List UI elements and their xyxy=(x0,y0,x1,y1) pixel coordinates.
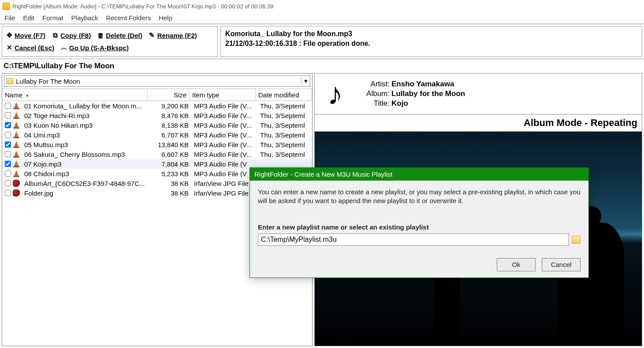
file-name: 05 Muttsu.mp3 xyxy=(22,141,149,148)
move-button[interactable]: ✥ Move (F7) xyxy=(6,32,45,39)
folder-dropdown[interactable]: Lullaby For The Moon ▾ xyxy=(4,75,310,87)
file-type: MP3 Audio File (V... xyxy=(191,141,257,148)
table-row[interactable]: 05 Muttsu.mp313,840 KBMP3 Audio File (V.… xyxy=(2,140,312,149)
row-checkbox[interactable] xyxy=(5,170,11,177)
audio-file-icon xyxy=(13,160,20,167)
ok-button[interactable]: Ok xyxy=(497,258,536,271)
copy-button[interactable]: ⧉ Copy (F8) xyxy=(52,32,91,39)
file-type: IrfanView JPG File xyxy=(191,189,257,197)
audio-file-icon xyxy=(13,112,20,119)
album-value: Lullaby for the Moon xyxy=(391,89,465,98)
file-date: Thu, 3/Septeml xyxy=(257,122,312,129)
dialog-text: You can enter a new name to create a new… xyxy=(258,188,581,206)
metadata-box: ♪ Artist:Ensho Yamakawa Album:Lullaby fo… xyxy=(314,73,642,115)
sort-asc-icon: ▲ xyxy=(25,93,30,97)
chevron-down-icon[interactable]: ▾ xyxy=(301,77,308,85)
audio-file-icon xyxy=(13,170,20,177)
row-checkbox[interactable] xyxy=(5,103,11,109)
file-size: 8,476 KB xyxy=(149,112,191,119)
title-value: Kojo xyxy=(391,99,408,108)
playlist-path-input[interactable] xyxy=(258,233,569,246)
file-name: 01 Komoriuta_ Lullaby for the Moon.m... xyxy=(22,102,149,110)
browse-folder-icon[interactable] xyxy=(572,236,581,244)
file-name: AlbumArt_{C6DC52E3-F397-4848-97C... xyxy=(22,180,149,187)
row-checkbox[interactable] xyxy=(5,141,11,148)
row-checkbox[interactable] xyxy=(5,122,11,128)
file-name: 04 Umi.mp3 xyxy=(22,131,149,139)
menu-recent-folders[interactable]: Recent Folders xyxy=(106,14,151,22)
folder-name: Lullaby For The Moon xyxy=(16,78,80,85)
cancel-dialog-button[interactable]: Cancel xyxy=(542,258,581,271)
file-type: MP3 Audio File (V xyxy=(191,170,257,178)
copy-icon: ⧉ xyxy=(52,32,59,39)
menu-edit[interactable]: Edit xyxy=(23,14,34,22)
file-size: 38 KB xyxy=(149,189,191,197)
menu-bar: File Edit Format Playback Recent Folders… xyxy=(0,12,644,24)
menu-playback[interactable]: Playback xyxy=(71,14,98,22)
log-line-2: 21/12/03-12:00:16.318 : File operation d… xyxy=(225,39,637,48)
file-name: 03 Kuon No Hikari.mp3 xyxy=(22,122,149,129)
dialog-title: RightFolder - Create a New M3U Music Pla… xyxy=(250,168,588,181)
file-date: Thu, 3/Septeml xyxy=(257,151,312,158)
row-checkbox[interactable] xyxy=(5,151,11,157)
row-checkbox[interactable] xyxy=(5,132,11,138)
image-file-icon xyxy=(13,180,20,187)
file-table-header: Name▲ Size Item type Date modified xyxy=(2,89,312,101)
file-size: 8,138 KB xyxy=(149,122,191,129)
file-name: 06 Sakura_ Cherry Blossoms.mp3 xyxy=(22,151,149,158)
file-size: 6,607 KB xyxy=(149,151,191,158)
audio-file-icon xyxy=(13,122,20,129)
menu-file[interactable]: File xyxy=(4,14,15,22)
move-icon: ✥ xyxy=(6,32,13,39)
row-checkbox[interactable] xyxy=(5,161,11,167)
table-row[interactable]: 03 Kuon No Hikari.mp38,138 KBMP3 Audio F… xyxy=(2,120,312,130)
go-up-button[interactable]: ︿ Go Up (S-A-Bkspc) xyxy=(60,44,129,52)
folder-icon xyxy=(6,78,13,84)
menu-help[interactable]: Help xyxy=(159,14,172,22)
delete-button[interactable]: 🗑 Delete (Del) xyxy=(97,32,142,39)
title-label: Title: xyxy=(360,99,390,108)
chevron-up-icon: ︿ xyxy=(60,44,67,51)
album-label: Album: xyxy=(360,89,390,98)
row-checkbox[interactable] xyxy=(5,190,11,196)
row-checkbox[interactable] xyxy=(5,180,11,186)
col-size[interactable]: Size xyxy=(148,89,190,100)
rename-button[interactable]: ✎ Rename (F2) xyxy=(149,32,197,39)
col-type[interactable]: Item type xyxy=(190,89,256,100)
col-date[interactable]: Date modified xyxy=(256,89,312,100)
toolbar-row: ✥ Move (F7) ⧉ Copy (F8) 🗑 Delete (Del) ✎… xyxy=(0,24,644,59)
image-file-icon xyxy=(13,189,20,196)
file-size: 38 KB xyxy=(149,180,191,187)
toolbar: ✥ Move (F7) ⧉ Copy (F8) 🗑 Delete (Del) ✎… xyxy=(2,26,218,57)
table-row[interactable]: 01 Komoriuta_ Lullaby for the Moon.m...9… xyxy=(2,101,312,111)
create-playlist-dialog: RightFolder - Create a New M3U Music Pla… xyxy=(249,167,589,278)
audio-file-icon xyxy=(13,102,20,109)
file-date: Thu, 3/Septeml xyxy=(257,112,312,119)
file-type: MP3 Audio File (V... xyxy=(191,102,257,110)
file-type: MP3 Audio File (V... xyxy=(191,122,257,129)
row-checkbox[interactable] xyxy=(5,112,11,118)
file-type: MP3 Audio File (V xyxy=(191,160,257,168)
file-name: 07 Kojo.mp3 xyxy=(22,160,149,168)
menu-format[interactable]: Format xyxy=(42,14,63,22)
file-type: MP3 Audio File (V... xyxy=(191,151,257,158)
app-icon xyxy=(3,3,10,10)
artist-value: Ensho Yamakawa xyxy=(391,80,454,89)
col-name[interactable]: Name▲ xyxy=(2,89,148,100)
music-note-icon: ♪ xyxy=(317,76,353,111)
table-row[interactable]: 04 Umi.mp36,707 KBMP3 Audio File (V...Th… xyxy=(2,130,312,140)
trash-icon: 🗑 xyxy=(97,32,104,39)
table-row[interactable]: 02 Toge Hachi-Ri.mp38,476 KBMP3 Audio Fi… xyxy=(2,111,312,120)
pencil-icon: ✎ xyxy=(149,32,156,39)
table-row[interactable]: 06 Sakura_ Cherry Blossoms.mp36,607 KBMP… xyxy=(2,149,312,159)
file-size: 6,707 KB xyxy=(149,131,191,139)
cancel-button[interactable]: ✕ Cancel (Esc) xyxy=(6,44,54,52)
audio-file-icon xyxy=(13,131,20,138)
artist-label: Artist: xyxy=(360,80,390,89)
audio-file-icon xyxy=(13,151,20,158)
log-panel: Komoriuta_ Lullaby for the Moon.mp3 21/1… xyxy=(220,26,642,57)
file-type: MP3 Audio File (V... xyxy=(191,131,257,139)
file-name: 02 Toge Hachi-Ri.mp3 xyxy=(22,112,149,119)
file-name: Folder.jpg xyxy=(22,189,149,197)
file-type: MP3 Audio File (V... xyxy=(191,112,257,119)
